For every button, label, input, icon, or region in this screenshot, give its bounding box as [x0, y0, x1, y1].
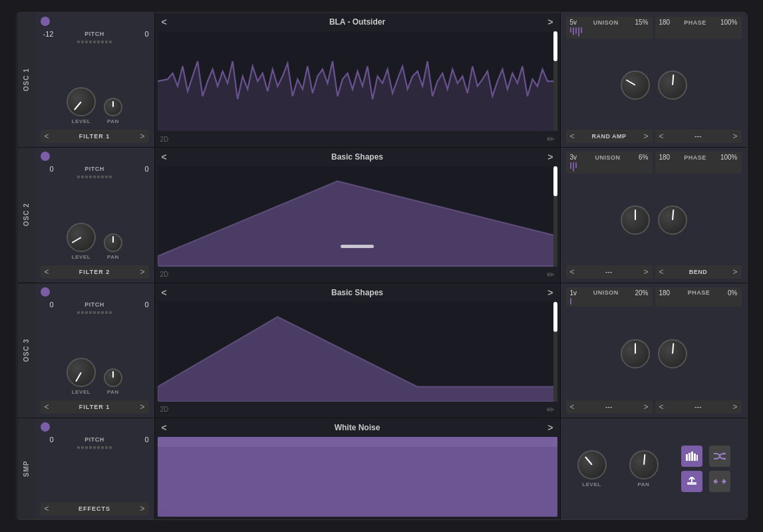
svg-marker-11 [724, 458, 726, 460]
osc2-mod1-next[interactable]: > [643, 267, 648, 277]
osc1-active-indicator[interactable] [41, 17, 50, 26]
osc1-wave-scroll[interactable] [553, 31, 557, 131]
osc2-filter-next[interactable]: > [140, 267, 144, 277]
osc3-phase-knob[interactable] [658, 339, 687, 368]
osc3-wave-prev[interactable]: < [162, 287, 167, 298]
osc1-edit-icon[interactable]: ✏ [547, 134, 555, 144]
osc3-wave-next[interactable]: > [547, 287, 553, 298]
osc2-wave-scroll[interactable] [553, 166, 557, 266]
osc2-wave-prev[interactable]: < [162, 152, 167, 162]
osc1-wave-next[interactable]: > [547, 17, 553, 27]
osc3-wave-canvas[interactable] [158, 302, 557, 402]
osc1-level-label: LEVEL [72, 118, 90, 124]
osc2-unison-block: 3v UNISON 6% [566, 152, 653, 174]
svg-rect-8 [694, 454, 696, 461]
osc2-pitch-label: PITCH [57, 166, 133, 172]
osc1-pitch-label: PITCH [57, 31, 133, 37]
osc3-row: OSC 3 0 PITCH 0 LEVEL [17, 283, 747, 418]
osc3-rand-knob[interactable] [621, 339, 650, 368]
osc2-phase-pct: 100% [720, 154, 738, 161]
svg-marker-10 [724, 452, 726, 455]
smp-shuffle-icon[interactable] [709, 446, 730, 467]
smp-controls: 0 PITCH 0 < EFFECTS > [35, 418, 155, 519]
osc3-edit-icon[interactable]: ✏ [547, 404, 555, 415]
osc2-pan-label: PAN [107, 254, 119, 260]
osc3-level-label: LEVEL [72, 389, 90, 395]
osc3-pan-knob[interactable] [104, 368, 122, 387]
smp-active-indicator[interactable] [41, 422, 50, 432]
osc2-wave-canvas[interactable] [158, 166, 557, 266]
osc3-mod2-prev[interactable]: < [659, 402, 664, 412]
osc1-level-knob[interactable] [67, 87, 96, 116]
osc1-mod1-prev[interactable]: < [570, 132, 575, 141]
osc2-wave-next[interactable]: > [547, 152, 553, 162]
osc2-rand-knob[interactable] [621, 205, 650, 235]
osc2-unison-pct: 6% [639, 154, 648, 161]
osc3-mod1-prev[interactable]: < [570, 402, 575, 412]
osc1-mod2-next[interactable]: > [732, 132, 737, 141]
osc1-mod2-prev[interactable]: < [659, 132, 664, 141]
smp-bars-icon[interactable] [681, 446, 702, 467]
osc3-mod-navs: < --- > < --- > [566, 400, 742, 414]
osc2-waveform: < Basic Shapes > 2D ✏ [155, 148, 561, 282]
osc1-mod-navs: < RAND AMP > < --- > [566, 130, 742, 143]
smp-export-icon[interactable] [681, 471, 702, 492]
osc3-unison-pct: 20% [635, 289, 648, 297]
smp-wave-canvas[interactable] [158, 437, 557, 517]
svg-marker-2 [158, 317, 557, 402]
osc1-pan-knob[interactable] [104, 98, 122, 116]
smp-wave-prev[interactable]: < [162, 422, 167, 433]
osc3-waveform-svg [158, 302, 557, 402]
svg-rect-6 [688, 453, 690, 461]
osc1-rand-knob[interactable] [621, 70, 650, 100]
osc2-pan-knob[interactable] [104, 233, 122, 252]
osc2-mod1-prev[interactable]: < [570, 267, 575, 277]
smp-wave-next[interactable]: > [547, 422, 553, 433]
osc1-filter-prev[interactable]: < [45, 132, 49, 141]
osc2-filter-prev[interactable]: < [45, 267, 49, 277]
osc2-mod1-nav: < --- > [566, 265, 653, 279]
osc1-mod1-next[interactable]: > [643, 132, 648, 141]
osc2-h-scrollbar[interactable] [341, 245, 374, 248]
osc3-phase-label: PHASE [688, 289, 710, 296]
osc3-wave-footer: 2D ✏ [155, 402, 560, 418]
osc2-voice-bars [570, 162, 649, 172]
osc3-mod1-label: --- [605, 404, 613, 410]
osc2-edit-icon[interactable]: ✏ [547, 269, 555, 280]
osc1-wave-name: BLA - Outsider [329, 17, 385, 27]
osc3-level-knob[interactable] [67, 358, 96, 387]
svg-marker-1 [158, 182, 557, 267]
osc2-level-knob[interactable] [67, 223, 96, 252]
osc3-wave-scroll[interactable] [553, 302, 557, 402]
svg-rect-9 [696, 455, 698, 461]
osc3-pitch-dots [41, 311, 149, 314]
smp-level-knob[interactable] [577, 450, 607, 479]
osc1-phase-knob[interactable] [658, 70, 687, 100]
osc2-active-indicator[interactable] [41, 152, 50, 161]
osc3-mod2-next[interactable]: > [732, 402, 737, 412]
osc1-filter-next[interactable]: > [140, 132, 144, 141]
smp-arrows-icon[interactable] [709, 471, 730, 492]
osc2-mod2-next[interactable]: > [732, 267, 737, 277]
osc1-waveform: < BLA - Outsider > 2D ✏ [155, 13, 561, 147]
osc1-rand-label: RAND AMP [591, 133, 626, 140]
synth-main: OSC 1 -12 PITCH 0 LEVEL [16, 12, 748, 520]
osc3-unison-voice: 1v [570, 289, 577, 297]
osc2-mod2-prev[interactable]: < [659, 267, 664, 277]
osc3-right: 1v UNISON 20% 180 PHASE 0% [561, 283, 747, 418]
osc1-wave-prev[interactable]: < [162, 17, 167, 27]
osc3-phase-val: 180 [659, 289, 671, 297]
smp-filter-next[interactable]: > [140, 504, 144, 513]
osc1-wave-canvas[interactable] [158, 31, 557, 131]
osc2-pitch-dots [41, 176, 149, 178]
smp-filter-prev[interactable]: < [45, 504, 49, 513]
osc3-mod1-next[interactable]: > [643, 402, 648, 412]
osc3-unison-label: UNISON [593, 289, 619, 296]
smp-pan-knob[interactable] [629, 450, 659, 479]
osc1-pitch-left: -12 [41, 30, 54, 38]
smp-icon-row-top [681, 446, 730, 467]
osc3-active-indicator[interactable] [41, 287, 50, 297]
osc3-filter-next[interactable]: > [140, 402, 144, 412]
osc2-phase-knob[interactable] [658, 205, 687, 235]
osc3-filter-prev[interactable]: < [45, 402, 49, 412]
